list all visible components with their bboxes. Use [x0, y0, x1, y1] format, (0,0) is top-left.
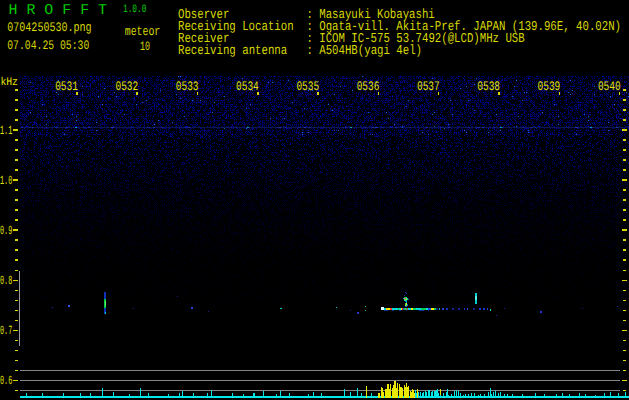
- svg-text:1.0: 1.0: [0, 174, 12, 188]
- svg-text:07.04.25 05:30: 07.04.25 05:30: [7, 38, 89, 53]
- svg-text:10: 10: [140, 39, 150, 54]
- svg-text:Receiving antenna : A504HB(y: Receiving antenna : A504HB(yagi 4el): [178, 44, 422, 59]
- svg-text:0535: 0535: [296, 79, 319, 94]
- svg-text:0704250530.png: 0704250530.png: [7, 20, 91, 35]
- svg-text:0531: 0531: [55, 79, 78, 94]
- svg-text:H R O F F T: H R O F F T: [9, 2, 108, 19]
- svg-text:1.0.0: 1.0.0: [123, 4, 147, 16]
- svg-text:0.6: 0.6: [0, 374, 12, 388]
- svg-text:0.9: 0.9: [0, 224, 12, 238]
- svg-text:0.7: 0.7: [0, 324, 12, 338]
- svg-text:0537: 0537: [417, 79, 440, 94]
- svg-text:0540: 0540: [598, 79, 621, 94]
- svg-text:0533: 0533: [176, 79, 199, 94]
- svg-text:kHz: kHz: [0, 76, 18, 89]
- svg-text:0539: 0539: [538, 79, 561, 94]
- svg-text:0532: 0532: [115, 79, 138, 94]
- svg-text:1.1: 1.1: [0, 124, 12, 138]
- svg-text:0538: 0538: [477, 79, 500, 94]
- svg-text:0536: 0536: [357, 79, 380, 94]
- svg-text:meteor: meteor: [125, 24, 161, 39]
- svg-text:0.8: 0.8: [0, 274, 12, 288]
- svg-text:0534: 0534: [236, 79, 259, 94]
